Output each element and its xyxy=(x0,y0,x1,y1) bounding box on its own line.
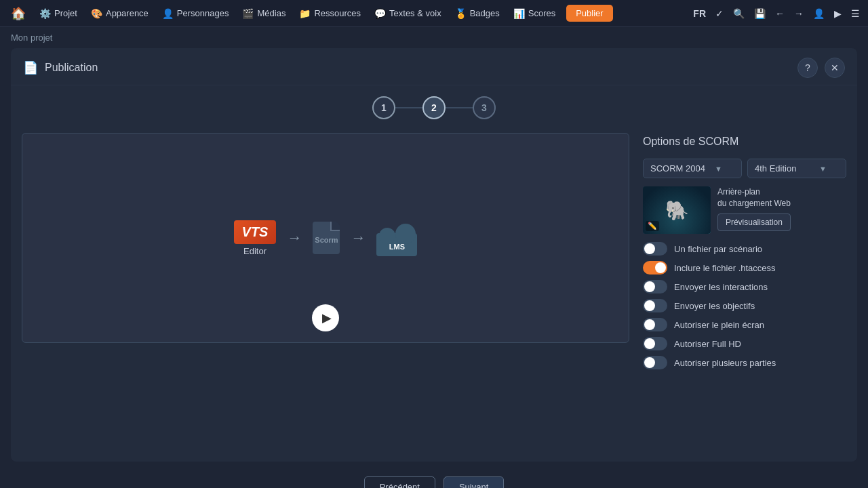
user-icon[interactable]: 👤 xyxy=(810,7,827,20)
badges-icon: 🏅 xyxy=(455,8,467,19)
nav-medias-label: Médias xyxy=(257,8,285,18)
nav-ressources-label: Ressources xyxy=(314,8,361,18)
preview-diagram: VTS Editor → Scorm → xyxy=(234,220,418,256)
toggle-label-htaccess: Inclure le fichier .htaccess xyxy=(674,263,776,273)
step-3[interactable]: 3 xyxy=(473,96,496,119)
previous-button[interactable]: Précédent xyxy=(364,476,435,488)
scores-icon: 📊 xyxy=(513,8,525,19)
edit-thumbnail-icon: ✏️ xyxy=(646,221,659,231)
back-icon[interactable]: ← xyxy=(772,7,787,20)
scorm-version-value: SCORM 2004 xyxy=(650,163,705,174)
nav-badges[interactable]: 🏅 Badges xyxy=(450,5,505,22)
nav-badges-label: Badges xyxy=(470,8,500,18)
nav-textes-voix[interactable]: 💬 Textes & voix xyxy=(369,5,447,22)
edition-chevron: ▼ xyxy=(819,165,827,173)
nav-projet[interactable]: ⚙️ Projet xyxy=(34,5,83,22)
toggle-label-interactions: Envoyer les interactions xyxy=(674,282,768,292)
panel-title-icon: 📄 xyxy=(23,60,38,75)
panel-title: Publication xyxy=(45,62,98,74)
panel-header: 📄 Publication ? ✕ xyxy=(11,48,857,85)
step-1[interactable]: 1 xyxy=(372,96,395,119)
home-button[interactable]: 🏠 xyxy=(5,3,31,24)
next-button[interactable]: Suivant xyxy=(443,476,504,488)
nav-textes-voix-label: Textes & voix xyxy=(389,8,441,18)
help-button[interactable]: ? xyxy=(797,58,818,78)
toggle-row-objectifs: Envoyer les objectifs xyxy=(643,299,846,312)
search-icon[interactable]: 🔍 xyxy=(730,7,747,20)
thumbnail-label-line2: du chargement Web xyxy=(717,199,791,208)
toggle-label-full-hd: Autoriser Full HD xyxy=(674,339,741,349)
step-line-2 xyxy=(446,107,473,108)
toggle-envoyer-objectifs[interactable] xyxy=(643,299,667,312)
toggle-row-fichier: Un fichier par scénario xyxy=(643,242,846,256)
vts-logo: VTS Editor xyxy=(234,220,277,256)
nav-medias[interactable]: 🎬 Médias xyxy=(237,5,291,22)
scorm-version-select[interactable]: SCORM 2004 ▼ xyxy=(643,159,742,178)
preview-button[interactable]: Prévisualisation xyxy=(717,214,791,231)
thumbnail-info: Arrière-plan du chargement Web Prévisual… xyxy=(717,186,791,231)
lms-cloud-icon: LMS xyxy=(376,220,417,256)
toggle-fichier-par-scenario[interactable] xyxy=(643,242,667,256)
menu-icon[interactable]: ☰ xyxy=(848,7,863,20)
nav-scores[interactable]: 📊 Scores xyxy=(508,5,561,22)
play-preview-button[interactable]: ▶ xyxy=(312,304,339,331)
nav-apparence-label: Apparence xyxy=(106,8,149,18)
toggle-label-fichier: Un fichier par scénario xyxy=(674,244,762,254)
content-area: VTS Editor → Scorm → xyxy=(11,126,857,462)
toggle-row-interactions: Envoyer les interactions xyxy=(643,280,846,293)
bottom-bar: Précédent Suivant xyxy=(0,470,868,488)
projet-icon: ⚙️ xyxy=(39,8,51,19)
toggle-envoyer-interactions[interactable] xyxy=(643,280,667,293)
toggle-label-plein-ecran: Autoriser le plein écran xyxy=(674,320,764,330)
apparence-icon: 🎨 xyxy=(91,8,102,19)
panel-actions: ? ✕ xyxy=(797,58,845,78)
check-icon[interactable]: ✓ xyxy=(713,7,726,20)
play-icon[interactable]: ▶ xyxy=(831,7,844,20)
step-line-1 xyxy=(395,107,422,108)
play-icon: ▶ xyxy=(322,310,332,325)
toggle-autoriser-plusieurs-parties[interactable] xyxy=(643,356,667,369)
edition-value: 4th Edition xyxy=(755,163,796,174)
edition-select[interactable]: 4th Edition ▼ xyxy=(747,159,846,178)
close-button[interactable]: ✕ xyxy=(825,58,845,78)
thumbnail-row: ✏️ Arrière-plan du chargement Web Prévis… xyxy=(643,186,846,234)
topnav-right: FR ✓ 🔍 💾 ← → 👤 ▶ ☰ xyxy=(690,7,863,20)
thumbnail-label-line1: Arrière-plan xyxy=(717,187,760,197)
nav-scores-label: Scores xyxy=(528,8,555,18)
language-selector[interactable]: FR xyxy=(690,7,709,20)
breadcrumb: Mon projet xyxy=(0,27,868,48)
toggle-row-htaccess: Inclure le fichier .htaccess xyxy=(643,261,846,274)
nav-apparence[interactable]: 🎨 Apparence xyxy=(85,5,154,22)
toggle-autoriser-plein-ecran[interactable] xyxy=(643,318,667,331)
publish-button[interactable]: Publier xyxy=(566,5,612,22)
arrow-2-icon: → xyxy=(351,229,366,247)
vts-badge-text: VTS xyxy=(242,224,269,239)
toggle-row-full-hd: Autoriser Full HD xyxy=(643,337,846,350)
stepper: 1 2 3 xyxy=(11,85,857,126)
toggle-label-objectifs: Envoyer les objectifs xyxy=(674,301,755,311)
toggles-list: Un fichier par scénario Inclure le fichi… xyxy=(643,242,846,369)
publication-panel: 📄 Publication ? ✕ 1 2 3 VTS Editor xyxy=(11,48,857,462)
lms-label: LMS xyxy=(389,243,405,251)
topnav: 🏠 ⚙️ Projet 🎨 Apparence 👤 Personnages 🎬 … xyxy=(0,0,868,27)
textes-voix-icon: 💬 xyxy=(374,8,386,19)
scorm-file-icon: Scorm xyxy=(313,222,340,254)
toggle-row-plein-ecran: Autoriser le plein écran xyxy=(643,318,846,331)
scorm-version-chevron: ▼ xyxy=(715,165,722,173)
arrow-1-icon: → xyxy=(287,229,302,247)
nav-personnages[interactable]: 👤 Personnages xyxy=(157,5,235,22)
save-icon[interactable]: 💾 xyxy=(751,7,768,20)
ressources-icon: 📁 xyxy=(299,8,311,19)
toggle-row-plusieurs-parties: Autoriser plusieurs parties xyxy=(643,356,846,369)
thumbnail-image[interactable]: ✏️ xyxy=(643,186,711,234)
toggle-label-plusieurs-parties: Autoriser plusieurs parties xyxy=(674,358,776,368)
editor-label: Editor xyxy=(243,246,267,256)
forward-icon[interactable]: → xyxy=(791,7,806,20)
thumbnail-label: Arrière-plan du chargement Web xyxy=(717,186,791,209)
selects-row: SCORM 2004 ▼ 4th Edition ▼ xyxy=(643,159,846,178)
nav-ressources[interactable]: 📁 Ressources xyxy=(294,5,366,22)
toggle-autoriser-full-hd[interactable] xyxy=(643,337,667,350)
toggle-inclure-htaccess[interactable] xyxy=(643,261,667,274)
step-2[interactable]: 2 xyxy=(422,96,446,119)
nav-projet-label: Projet xyxy=(54,8,77,18)
